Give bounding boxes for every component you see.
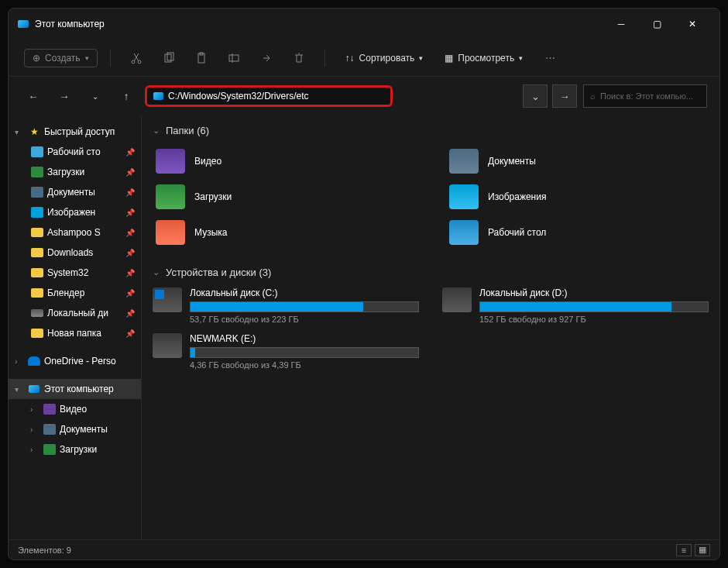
folder-icon	[43, 422, 57, 436]
tiles-view-button[interactable]: ▦	[695, 544, 710, 556]
folder-item[interactable]: Документы	[446, 146, 709, 177]
pc-icon	[27, 382, 41, 396]
folders-section-header[interactable]: ⌄ Папки (6)	[153, 125, 709, 136]
folder-icon	[156, 184, 185, 209]
drive-name: Локальный диск (C:)	[190, 287, 419, 298]
sidebar: ▾ ★ Быстрый доступ Рабочий сто📌Загрузки📌…	[9, 115, 142, 539]
sidebar-onedrive[interactable]: › OneDrive - Perso	[9, 351, 141, 371]
folder-icon	[30, 246, 44, 260]
share-button[interactable]	[253, 46, 280, 70]
toolbar: ⊕ Создать ▾ ↑↓ Сортировать ▾ ▦ Просмотре…	[9, 40, 719, 77]
sidebar-item[interactable]: ›Видео	[24, 399, 141, 419]
sidebar-item-label: Загрузки	[47, 167, 84, 177]
view-button[interactable]: ▦ Просмотреть ▾	[437, 50, 531, 67]
sidebar-item[interactable]: Ashampoo S📌	[24, 222, 141, 243]
folder-icon	[30, 326, 44, 340]
folder-item[interactable]: Музыка	[153, 217, 415, 248]
folder-label: Загрузки	[194, 191, 232, 202]
copy-button[interactable]	[156, 46, 182, 70]
delete-button[interactable]	[286, 46, 312, 70]
drive-name: NEWMARK (E:)	[190, 333, 419, 344]
folder-item[interactable]: Изображения	[446, 181, 709, 212]
folder-icon	[43, 442, 57, 456]
recent-button[interactable]: ⌄	[83, 85, 108, 107]
sidebar-item[interactable]: Downloads📌	[24, 243, 141, 263]
sidebar-quick-access[interactable]: ▾ ★ Быстрый доступ	[9, 122, 141, 142]
folder-icon	[43, 402, 57, 416]
chevron-down-icon: ▾	[419, 54, 423, 62]
address-dropdown-button[interactable]: ⌄	[523, 84, 548, 108]
app-icon	[18, 20, 29, 28]
folder-icon	[30, 286, 44, 300]
drive-usage-bar	[479, 301, 709, 312]
pin-icon: 📌	[125, 329, 135, 338]
main-content: ⌄ Папки (6) ВидеоДокументыЗагрузкиИзобра…	[142, 115, 719, 539]
address-go-button[interactable]: →	[552, 84, 577, 108]
folder-icon	[30, 185, 44, 199]
cut-button[interactable]	[123, 46, 149, 70]
sidebar-item[interactable]: Новая папка📌	[24, 323, 141, 343]
close-button[interactable]: ✕	[675, 12, 710, 36]
sidebar-item[interactable]: Изображен📌	[24, 202, 141, 222]
sidebar-item[interactable]: System32📌	[24, 263, 141, 283]
folder-item[interactable]: Рабочий стол	[446, 217, 709, 248]
sidebar-item[interactable]: Документы📌	[24, 182, 141, 202]
plus-icon: ⊕	[33, 53, 40, 64]
sidebar-item[interactable]: Блендер📌	[24, 283, 141, 303]
folder-icon	[30, 306, 44, 320]
folder-icon	[30, 205, 44, 219]
drive-free-text: 4,36 ГБ свободно из 4,39 ГБ	[190, 360, 419, 370]
details-view-button[interactable]: ≡	[676, 544, 692, 556]
up-button[interactable]: ↑	[114, 85, 139, 107]
drive-item[interactable]: Локальный диск (D:) 152 ГБ свободно из 9…	[442, 287, 709, 324]
sidebar-this-pc[interactable]: ▾ Этот компьютер	[9, 379, 141, 399]
back-button[interactable]: ←	[21, 85, 46, 107]
more-button[interactable]: ⋯	[537, 46, 563, 70]
drive-item[interactable]: NEWMARK (E:) 4,36 ГБ свободно из 4,39 ГБ	[153, 333, 419, 370]
drive-item[interactable]: Локальный диск (C:) 53,7 ГБ свободно из …	[153, 287, 419, 324]
drive-icon	[442, 287, 472, 312]
pin-icon: 📌	[125, 188, 135, 197]
drives-section-header[interactable]: ⌄ Устройства и диски (3)	[153, 267, 709, 278]
maximize-button[interactable]: ▢	[639, 12, 675, 36]
sidebar-item-label: Downloads	[47, 247, 93, 258]
chevron-right-icon: ›	[30, 425, 39, 434]
sidebar-item[interactable]: Локальный ди📌	[24, 303, 141, 323]
sidebar-item-label: System32	[47, 267, 88, 278]
pin-icon: 📌	[125, 148, 135, 157]
search-box[interactable]: ⌕ Поиск в: Этот компью...	[583, 84, 707, 108]
svg-point-1	[138, 60, 141, 64]
new-button[interactable]: ⊕ Создать ▾	[24, 49, 98, 67]
folder-icon	[156, 220, 185, 245]
folder-icon	[156, 149, 185, 174]
minimize-button[interactable]: ─	[603, 12, 639, 36]
drive-free-text: 152 ГБ свободно из 927 ГБ	[479, 315, 709, 324]
folder-label: Видео	[194, 156, 221, 167]
sidebar-item[interactable]: Загрузки📌	[24, 162, 141, 182]
sidebar-item[interactable]: Рабочий сто📌	[24, 142, 141, 162]
pin-icon: 📌	[125, 249, 135, 257]
sidebar-label: Этот компьютер	[44, 384, 114, 394]
sidebar-item[interactable]: ›Загрузки	[24, 439, 141, 460]
pin-icon: 📌	[125, 168, 135, 177]
search-placeholder: Поиск в: Этот компью...	[600, 91, 693, 101]
chevron-down-icon: ▾	[85, 54, 89, 62]
sort-button[interactable]: ↑↓ Сортировать ▾	[338, 50, 431, 67]
sidebar-label: Быстрый доступ	[44, 126, 115, 137]
search-icon: ⌕	[590, 91, 596, 101]
paste-button[interactable]	[188, 46, 215, 70]
folder-label: Рабочий стол	[488, 227, 546, 238]
address-bar[interactable]	[145, 85, 393, 107]
chevron-right-icon: ›	[15, 357, 24, 366]
sidebar-item[interactable]: ›Документы	[24, 419, 141, 439]
folder-icon	[30, 266, 44, 280]
folder-item[interactable]: Видео	[153, 146, 415, 177]
chevron-right-icon: ›	[30, 405, 39, 414]
folder-item[interactable]: Загрузки	[153, 181, 415, 212]
chevron-down-icon: ▾	[519, 54, 523, 62]
rename-button[interactable]	[221, 46, 247, 70]
address-input[interactable]	[168, 91, 384, 102]
folder-icon	[449, 184, 479, 209]
sidebar-item-label: Документы	[60, 424, 108, 435]
forward-button[interactable]: →	[52, 85, 77, 107]
